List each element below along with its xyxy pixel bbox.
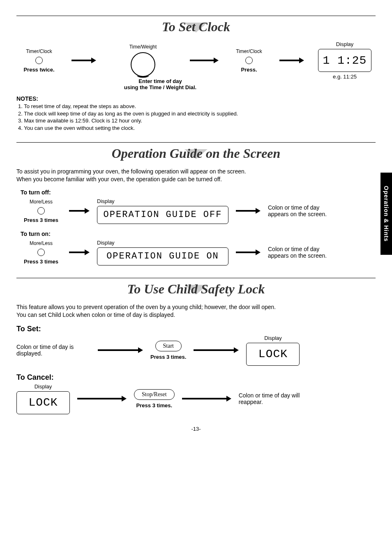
to-cancel-row: Display LOCK Stop/Reset Press 3 times. C… (16, 383, 376, 414)
round-button-icon (37, 249, 45, 256)
more-less-label: More/Less (30, 199, 53, 205)
to-set-row: Colon or time of day is displayed. Start… (16, 335, 376, 366)
arrow-right-icon (71, 57, 96, 64)
round-button-icon (35, 57, 43, 64)
arrow-right-icon (279, 57, 304, 64)
dial-icon (131, 52, 155, 77)
section-2-title-container: Operation Guide on the Screen (16, 146, 376, 161)
divider (16, 16, 376, 16)
svg-marker-13 (256, 249, 261, 255)
stop-reset-oval-button: Stop/Reset (134, 389, 175, 400)
step-timer-clock-2: Timer/Clock Press. (228, 48, 270, 73)
svg-marker-1 (91, 58, 96, 63)
result-text: Colon or time of day appears on the scre… (268, 246, 338, 259)
press-twice-label: Press twice. (23, 67, 54, 73)
divider (16, 278, 376, 278)
step-time-weight-dial: Time/Weight (106, 44, 180, 77)
section-2-intro: To assist you in programming your oven, … (16, 168, 376, 183)
to-set-header: To Set: (16, 325, 376, 333)
section-2-title: Operation Guide on the Screen (16, 146, 376, 161)
press-label: Press. (241, 67, 257, 73)
page-number: -13- (16, 426, 376, 432)
svg-marker-7 (85, 208, 90, 214)
note-item: 4. You can use the oven without setting … (18, 125, 376, 132)
svg-marker-21 (226, 396, 231, 402)
stop-reset-button-block: Stop/Reset Press 3 times. (134, 389, 175, 409)
section-3-title: To Use Child Safety Lock (16, 282, 376, 297)
start-oval-button: Start (155, 341, 182, 351)
display-on-block: Display OPERATION GUIDE ON (97, 240, 228, 265)
display-box: OPERATION GUIDE ON (97, 247, 228, 265)
display-text: LOCK (28, 396, 58, 409)
more-less-control: More/Less Press 3 times (21, 199, 62, 223)
turn-on-header: To turn on: (21, 231, 376, 237)
step-timer-clock-1: Timer/Clock Press twice. (16, 48, 62, 73)
svg-marker-3 (214, 58, 219, 63)
display-label: Display (97, 240, 115, 246)
dial-caption: Enter time of day using the Time / Weigh… (111, 78, 210, 90)
display-label: Display (35, 383, 52, 390)
display-box: OPERATION GUIDE OFF (97, 206, 228, 224)
result-text: Colon or time of day will reappear. (239, 392, 309, 405)
press-3-times-label: Press 3 times. (150, 354, 186, 360)
more-less-label: More/Less (30, 240, 53, 246)
timer-clock-label-2: Timer/Clock (236, 48, 262, 54)
note-item: 3. Max time available is 12:59. Clock is… (18, 117, 376, 125)
turn-off-header: To turn off: (21, 189, 376, 196)
svg-marker-17 (234, 347, 239, 353)
side-tab: Operation & Hints (380, 173, 392, 255)
display-lock-block: Display LOCK (246, 335, 300, 366)
arrow-right-icon (236, 249, 261, 256)
arrow-right-icon (77, 395, 127, 402)
round-button-icon (245, 57, 253, 64)
svg-marker-15 (138, 347, 143, 353)
display-value: 1 1:25 (323, 54, 367, 67)
section-3-intro: This feature allows you to prevent opera… (16, 303, 376, 319)
precondition-text: Colon or time of day is displayed. (16, 344, 90, 357)
display-text: LOCK (258, 348, 288, 360)
display-label: Display (264, 335, 282, 341)
time-weight-label: Time/Weight (129, 44, 157, 50)
svg-marker-5 (299, 58, 304, 63)
press-3-times-label: Press 3 times. (136, 402, 172, 409)
timer-clock-label: Timer/Clock (26, 48, 52, 54)
display-box: LOCK (16, 391, 70, 414)
notes-list: 1. To reset time of day, repeat the step… (18, 103, 376, 132)
svg-marker-19 (122, 396, 127, 402)
display-lock-block-2: Display LOCK (16, 383, 70, 414)
result-text: Colon or time of day appears on the scre… (268, 204, 338, 217)
arrow-right-icon (69, 249, 90, 256)
round-button-icon (37, 207, 45, 215)
display-off-block: Display OPERATION GUIDE OFF (97, 198, 228, 224)
turn-off-row: More/Less Press 3 times Display OPERATIO… (21, 198, 376, 224)
notes-title: NOTES: (16, 95, 376, 102)
display-text: OPERATION GUIDE OFF (104, 210, 222, 220)
arrow-right-icon (69, 208, 90, 214)
display-caption: e.g. 11:25 (333, 74, 357, 80)
svg-marker-9 (256, 208, 261, 214)
svg-marker-11 (85, 249, 90, 255)
clock-steps-row: Timer/Clock Press twice. Time/Weight Tim… (16, 41, 376, 80)
arrow-right-icon (98, 347, 143, 353)
arrow-right-icon (190, 57, 219, 64)
arrow-right-icon (236, 208, 261, 214)
turn-on-row: More/Less Press 3 times Display OPERATIO… (21, 240, 376, 265)
to-cancel-header: To Cancel: (16, 373, 376, 382)
display-box: LOCK (246, 343, 300, 366)
press-3-times-label: Press 3 times (24, 259, 58, 265)
more-less-control: More/Less Press 3 times (21, 240, 62, 265)
display-block: Display 1 1:25 e.g. 11:25 (314, 41, 376, 80)
arrow-right-icon (194, 347, 239, 353)
start-button-block: Start Press 3 times. (150, 341, 186, 360)
note-item: 2. The clock will keep time of day as lo… (18, 110, 376, 118)
section-1-title-container: To Set Clock (16, 19, 376, 35)
display-label: Display (336, 41, 354, 47)
arrow-right-icon (182, 395, 231, 402)
press-3-times-label: Press 3 times (24, 217, 58, 223)
display-box: 1 1:25 (318, 49, 371, 72)
divider (16, 142, 376, 143)
section-1-title: To Set Clock (16, 19, 376, 35)
display-text: OPERATION GUIDE ON (106, 251, 219, 261)
note-item: 1. To reset time of day, repeat the step… (18, 103, 376, 110)
section-3-title-container: To Use Child Safety Lock (16, 282, 376, 297)
